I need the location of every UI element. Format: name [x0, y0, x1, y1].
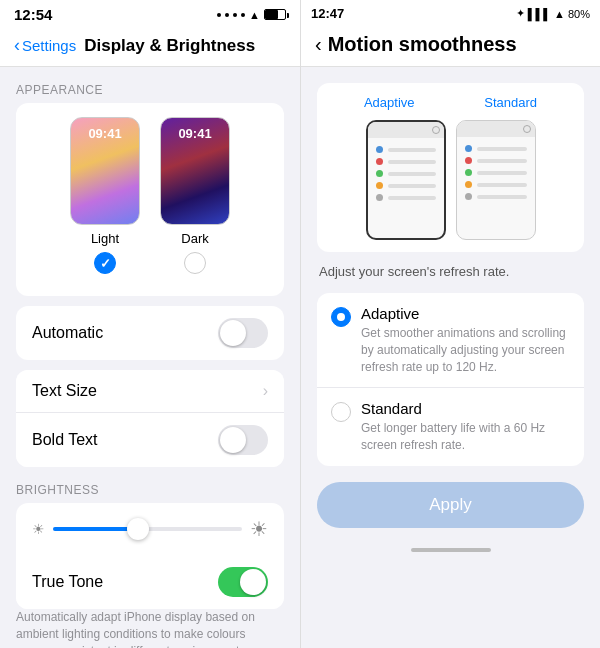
text-options-card: Text Size › Bold Text	[16, 370, 284, 467]
text-size-row[interactable]: Text Size ›	[16, 370, 284, 412]
brightness-high-icon: ☀	[250, 517, 268, 541]
adaptive-radio-title: Adaptive	[361, 305, 570, 322]
right-scroll-area: Adaptive Standard	[301, 67, 600, 648]
signal-dot3	[233, 13, 237, 17]
dot-red-std	[465, 157, 472, 164]
preview-dot-row	[465, 181, 527, 188]
automatic-toggle[interactable]	[218, 318, 268, 348]
preview-search-icon-standard	[523, 125, 531, 133]
right-panel: 12:47 ✦ ▌▌▌ ▲ 80% ‹ Motion smoothness Ad…	[300, 0, 600, 648]
true-tone-toggle-knob	[240, 569, 266, 595]
light-theme-label: Light	[91, 231, 119, 246]
appearance-options: 09:41 Light ✓ 09:41 Dark	[16, 103, 284, 296]
checkmark-icon: ✓	[100, 256, 111, 271]
automatic-row: Automatic	[16, 306, 284, 360]
preview-dots-standard	[457, 137, 535, 208]
preview-line	[388, 184, 436, 188]
wifi-icon-right: ▲	[554, 8, 565, 20]
preview-line	[477, 183, 527, 187]
signal-dot2	[225, 13, 229, 17]
radio-card: Adaptive Get smoother animations and scr…	[317, 293, 584, 466]
standard-radio-desc: Get longer battery life with a 60 Hz scr…	[361, 420, 570, 454]
preview-line	[388, 196, 436, 200]
adjust-text: Adjust your screen's refresh rate.	[317, 264, 584, 279]
preview-bar-standard	[457, 121, 535, 137]
signal-dot1	[217, 13, 221, 17]
bold-text-row: Bold Text	[16, 412, 284, 467]
adaptive-option[interactable]: Adaptive Get smoother animations and scr…	[317, 293, 584, 387]
brightness-fill	[53, 527, 138, 531]
dot-red	[376, 158, 383, 165]
automatic-section: Automatic	[0, 306, 300, 360]
standard-radio-circle[interactable]	[331, 402, 351, 422]
tab-standard[interactable]: Standard	[484, 95, 537, 110]
appearance-section-label: APPEARANCE	[0, 67, 300, 103]
bold-text-toggle[interactable]	[218, 425, 268, 455]
brightness-section-label: BRIGHTNESS	[0, 467, 300, 503]
preview-dot-row	[465, 193, 527, 200]
bluetooth-icon: ✦	[516, 7, 525, 20]
preview-line	[388, 172, 436, 176]
back-button[interactable]: ‹ Settings	[14, 35, 76, 56]
back-chevron-right-icon[interactable]: ‹	[315, 33, 322, 56]
appearance-card: 09:41 Light ✓ 09:41 Dark	[16, 103, 284, 296]
brightness-thumb[interactable]	[127, 518, 149, 540]
preview-line	[477, 147, 527, 151]
preview-dot-row	[376, 194, 436, 201]
true-tone-label: True Tone	[32, 573, 103, 591]
preview-search-icon-adaptive	[432, 126, 440, 134]
home-bar-right	[411, 548, 491, 552]
light-theme-selector[interactable]: ✓	[94, 252, 116, 274]
status-icons-left: ▲	[217, 9, 286, 21]
true-tone-toggle[interactable]	[218, 567, 268, 597]
light-theme-item[interactable]: 09:41 Light ✓	[70, 117, 140, 274]
tab-adaptive[interactable]: Adaptive	[364, 95, 415, 110]
dot-green-std	[465, 169, 472, 176]
wifi-icon: ▲	[249, 9, 260, 21]
bold-text-toggle-knob	[220, 427, 246, 453]
dot-orange	[376, 182, 383, 189]
dark-theme-time: 09:41	[178, 126, 211, 141]
preview-dot-row	[376, 182, 436, 189]
motion-tabs: Adaptive Standard	[329, 95, 572, 110]
preview-dot-row	[465, 145, 527, 152]
dot-green	[376, 170, 383, 177]
brightness-low-icon: ☀	[32, 521, 45, 537]
status-bar-right: 12:47 ✦ ▌▌▌ ▲ 80%	[301, 0, 600, 25]
apply-button[interactable]: Apply	[317, 482, 584, 528]
preview-line	[477, 195, 527, 199]
back-chevron-icon: ‹	[14, 35, 20, 56]
preview-dot-row	[376, 158, 436, 165]
text-size-label: Text Size	[32, 382, 97, 400]
status-time-left: 12:54	[14, 6, 52, 23]
dark-theme-selector[interactable]	[184, 252, 206, 274]
automatic-card: Automatic	[16, 306, 284, 360]
standard-radio-text: Standard Get longer battery life with a …	[361, 400, 570, 454]
light-theme-time: 09:41	[88, 126, 121, 141]
preview-line	[388, 160, 436, 164]
adaptive-radio-circle[interactable]	[331, 307, 351, 327]
dark-theme-label: Dark	[181, 231, 208, 246]
home-indicator-right	[317, 548, 584, 560]
preview-dots-adaptive	[368, 138, 444, 209]
dark-theme-item[interactable]: 09:41 Dark	[160, 117, 230, 274]
brightness-slider[interactable]	[53, 527, 242, 531]
true-tone-description: Automatically adapt iPhone display based…	[0, 609, 300, 648]
status-bar-left: 12:54 ▲	[0, 0, 300, 27]
battery-percent: 80%	[568, 8, 590, 20]
standard-option[interactable]: Standard Get longer battery life with a …	[317, 387, 584, 466]
nav-bar-right: ‹ Motion smoothness	[301, 25, 600, 67]
scroll-area-left: APPEARANCE 09:41 Light ✓	[0, 67, 300, 648]
nav-bar-left: ‹ Settings Display & Brightness	[0, 27, 300, 67]
adaptive-radio-text: Adaptive Get smoother animations and scr…	[361, 305, 570, 375]
automatic-label: Automatic	[32, 324, 103, 342]
dot-blue-std	[465, 145, 472, 152]
left-panel: 12:54 ▲ ‹ Settings Display & Brightness …	[0, 0, 300, 648]
battery-right: 80%	[568, 8, 590, 20]
text-options-section: Text Size › Bold Text	[0, 370, 300, 467]
adaptive-radio-inner	[337, 313, 345, 321]
true-tone-row: True Tone	[16, 555, 284, 609]
preview-bar-adaptive	[368, 122, 444, 138]
signal-dot4	[241, 13, 245, 17]
back-label[interactable]: Settings	[22, 37, 76, 54]
